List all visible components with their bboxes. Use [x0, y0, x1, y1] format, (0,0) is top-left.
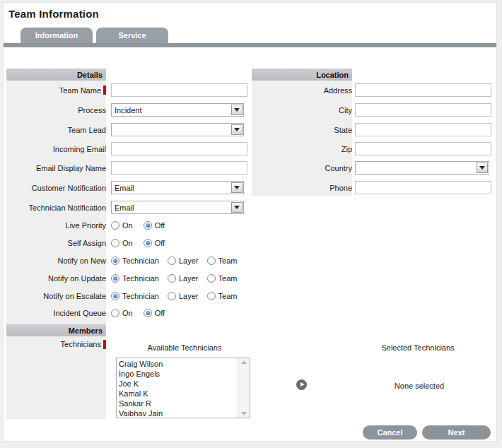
required-marker — [103, 86, 106, 95]
technician-list-item[interactable]: Sankar R — [119, 399, 238, 408]
self-assign-off-radio[interactable]: Off — [144, 239, 165, 247]
city-input[interactable] — [355, 103, 491, 117]
notify-new-team-radio[interactable]: Team — [207, 257, 238, 265]
address-input[interactable] — [355, 83, 491, 97]
technician-list-item[interactable]: Craig Wilson — [119, 359, 238, 369]
incoming-email-label: Incoming Email — [6, 145, 106, 153]
selected-technicians-label: Selected Technicians — [347, 343, 489, 352]
notify-new-layer-radio[interactable]: Layer — [168, 257, 199, 265]
customer-notification-select[interactable]: Email — [111, 181, 244, 194]
self-assign-on-radio[interactable]: On — [111, 239, 133, 247]
technician-notification-select[interactable]: Email — [111, 201, 244, 214]
incident-queue-on-radio[interactable]: On — [111, 309, 133, 317]
required-marker — [103, 340, 106, 349]
notify-on-new-label: Notify on New — [6, 257, 106, 265]
team-name-label: Team Name — [6, 86, 106, 95]
team-name-input[interactable] — [111, 83, 247, 97]
customer-notification-select-value: Email — [112, 184, 230, 192]
state-label: State — [252, 126, 352, 134]
email-display-name-input[interactable] — [111, 161, 247, 175]
notify-update-technician-radio[interactable]: Technician — [111, 274, 159, 283]
available-technicians-label: Available Technicians — [114, 343, 255, 352]
notify-new-technician-radio[interactable]: Technician — [111, 257, 159, 265]
team-lead-select[interactable] — [111, 123, 244, 136]
scroll-down-icon[interactable] — [241, 412, 247, 415]
email-display-name-label: Email Display Name — [6, 164, 106, 172]
chevron-down-icon[interactable] — [477, 163, 488, 173]
live-priority-label: Live Priority — [6, 221, 106, 230]
live-priority-off-radio[interactable]: Off — [144, 221, 165, 230]
technician-list-item[interactable]: Joe K — [119, 379, 238, 389]
notify-on-escalate-label: Notify on Escalate — [6, 292, 106, 300]
incoming-email-input[interactable] — [111, 142, 247, 155]
selected-technicians-empty-text: None selected — [349, 382, 490, 390]
chevron-down-icon[interactable] — [231, 105, 243, 115]
country-select[interactable] — [355, 161, 489, 175]
technicians-label: Technicians — [6, 340, 106, 349]
incident-queue-label: Incident Queue — [6, 309, 106, 317]
available-technicians-listbox[interactable]: Craig WilsonIngo EngelsJoe KKamal KSanka… — [116, 358, 250, 418]
zip-label: Zip — [252, 145, 352, 153]
scroll-up-icon[interactable] — [241, 360, 247, 364]
notify-on-update-label: Notify on Update — [6, 274, 106, 283]
live-priority-on-radio[interactable]: On — [111, 221, 133, 230]
technician-list-item[interactable]: Kamal K — [119, 389, 238, 399]
state-input[interactable] — [355, 123, 491, 136]
technician-list-item[interactable]: Ingo Engels — [119, 369, 238, 379]
notify-update-team-radio[interactable]: Team — [207, 274, 238, 283]
location-section-header: Location — [252, 69, 352, 81]
process-select[interactable]: Incident — [111, 103, 244, 117]
technician-notification-select-value: Email — [112, 204, 230, 212]
customer-notification-label: Customer Notification — [6, 184, 106, 192]
notify-escalate-technician-radio[interactable]: Technician — [111, 292, 159, 300]
chevron-down-icon[interactable] — [231, 124, 243, 135]
team-information-panel: Team Information Information Service Det… — [3, 2, 497, 442]
incident-queue-off-radio[interactable]: Off — [144, 309, 165, 317]
zip-input[interactable] — [355, 142, 491, 155]
team-lead-label: Team Lead — [6, 126, 106, 134]
technician-notification-label: Technician Notification — [6, 204, 106, 212]
address-label: Address — [252, 86, 352, 95]
tab-information[interactable]: Information — [21, 28, 93, 43]
cancel-button[interactable]: Cancel — [363, 425, 417, 440]
self-assign-label: Self Assign — [6, 239, 106, 247]
members-section-header: Members — [6, 324, 106, 336]
phone-input[interactable] — [355, 181, 491, 194]
page-title: Team Information — [8, 8, 99, 20]
city-label: City — [252, 106, 352, 114]
phone-label: Phone — [252, 184, 352, 192]
move-right-button[interactable] — [296, 379, 307, 390]
notify-update-layer-radio[interactable]: Layer — [168, 274, 199, 283]
country-label: Country — [252, 164, 352, 172]
tab-underline-bar — [4, 43, 496, 47]
process-select-value: Incident — [112, 106, 230, 114]
tab-service[interactable]: Service — [96, 28, 168, 43]
details-section-header: Details — [6, 69, 106, 81]
chevron-down-icon[interactable] — [231, 202, 243, 213]
technician-list-item[interactable]: Vaibhav Jain — [119, 408, 238, 418]
process-label: Process — [6, 106, 106, 114]
chevron-down-icon[interactable] — [231, 182, 243, 193]
notify-escalate-team-radio[interactable]: Team — [207, 292, 238, 300]
listbox-scrollbar[interactable] — [238, 358, 250, 418]
next-button[interactable]: Next — [422, 425, 491, 440]
notify-escalate-layer-radio[interactable]: Layer — [168, 292, 199, 300]
